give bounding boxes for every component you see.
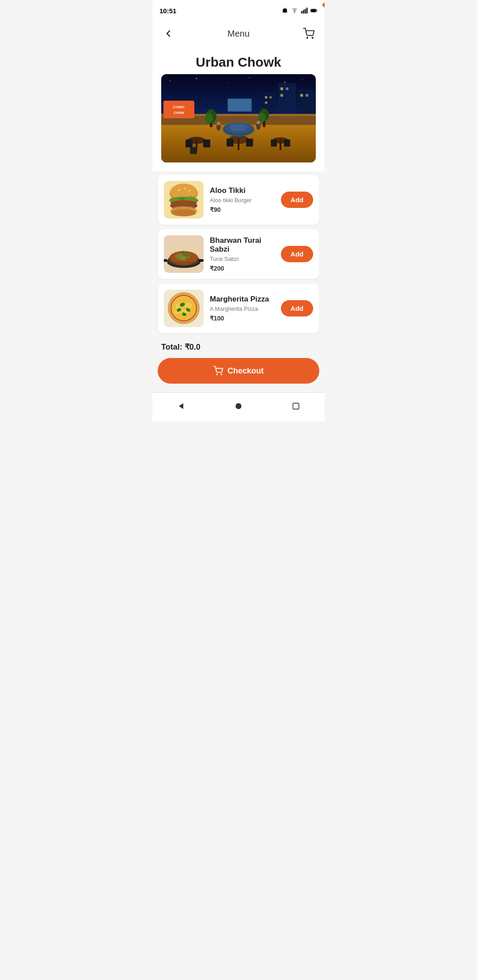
svg-point-121 (235, 403, 241, 409)
aloo-tikki-name: Aloo Tikki (210, 186, 275, 195)
aloo-tikki-info: Aloo Tikki Aloo tikki Burger ₹90 (210, 186, 275, 213)
add-aloo-tikki-button[interactable]: Add (281, 192, 313, 208)
svg-rect-28 (306, 94, 308, 97)
add-margherita-button[interactable]: Add (281, 300, 313, 317)
svg-rect-3 (303, 10, 304, 14)
total-bar: Total: ₹0.0 (152, 337, 325, 355)
nav-back-icon (177, 402, 186, 411)
svg-rect-53 (203, 139, 210, 147)
svg-point-10 (312, 38, 313, 38)
svg-rect-99 (198, 259, 204, 262)
svg-rect-23 (265, 102, 267, 104)
wifi-icon (291, 7, 298, 14)
margherita-desc: A Margherita Pizza (210, 305, 275, 312)
svg-point-15 (249, 77, 250, 78)
svg-point-64 (258, 113, 265, 122)
add-bharwan-turai-button[interactable]: Add (281, 246, 313, 262)
svg-point-114 (181, 307, 182, 308)
svg-point-95 (178, 254, 183, 256)
aloo-tikki-image (164, 181, 204, 219)
svg-rect-21 (265, 96, 267, 98)
svg-rect-54 (190, 147, 197, 154)
svg-point-105 (171, 296, 196, 320)
svg-rect-100 (164, 259, 167, 262)
svg-rect-49 (238, 139, 239, 150)
svg-point-119 (221, 374, 222, 375)
margherita-price: ₹100 (210, 315, 275, 322)
checkout-label: Checkout (227, 366, 264, 376)
checkout-button[interactable]: Checkout (158, 358, 319, 384)
bharwan-turai-name: Bharwan Turai Sabzi (210, 236, 275, 254)
nav-home-button[interactable] (231, 398, 246, 414)
svg-point-96 (187, 256, 190, 258)
bharwan-turai-desc: Turai Sabzi (210, 256, 275, 262)
svg-rect-4 (305, 9, 306, 14)
cart-button[interactable]: BUG (300, 25, 318, 42)
svg-marker-120 (179, 403, 183, 409)
restaurant-scene-svg: COMIC CORN (161, 74, 316, 162)
svg-point-71 (257, 121, 260, 124)
battery-icon (310, 7, 318, 14)
checkout-cart-icon (213, 366, 223, 376)
svg-text:COMIC: COMIC (173, 105, 185, 109)
margherita-name: Margherita Pizza (210, 295, 275, 304)
svg-point-115 (186, 308, 187, 309)
svg-point-107 (185, 303, 192, 308)
svg-rect-122 (293, 403, 299, 409)
svg-point-12 (170, 80, 170, 81)
bharwan-turai-info: Bharwan Turai Sabzi Turai Sabzi ₹200 (210, 236, 275, 272)
svg-point-116 (183, 312, 184, 313)
svg-rect-52 (186, 139, 193, 147)
status-bar: 10:51 (152, 0, 325, 19)
cart-icon (303, 28, 314, 39)
menu-item-bharwan-turai: Bharwan Turai Sabzi Turai Sabzi ₹200 Add (158, 229, 319, 279)
restaurant-image-container: COMIC CORN (152, 74, 325, 171)
margherita-info: Margherita Pizza A Margherita Pizza ₹100 (210, 295, 275, 322)
svg-rect-27 (300, 94, 303, 97)
menu-item-aloo-tikki: Aloo Tikki Aloo tikki Burger ₹90 Add (158, 175, 319, 225)
svg-point-97 (182, 252, 186, 254)
svg-rect-56 (246, 139, 253, 147)
svg-rect-8 (311, 9, 316, 12)
svg-point-9 (307, 38, 308, 38)
svg-rect-57 (271, 139, 277, 147)
svg-point-61 (205, 113, 213, 124)
notification-icon (281, 7, 288, 14)
restaurant-name: Urban Chowk (152, 48, 325, 74)
nav-back-button[interactable] (173, 398, 189, 414)
bharwan-turai-price: ₹200 (210, 265, 275, 272)
svg-point-1 (294, 12, 295, 13)
status-icons (281, 7, 318, 14)
signal-icon (301, 7, 308, 14)
bharwan-turai-image (164, 235, 204, 273)
back-button[interactable] (159, 25, 177, 42)
svg-rect-7 (316, 10, 317, 11)
nav-recent-icon (292, 402, 300, 411)
status-time: 10:51 (159, 7, 176, 15)
svg-rect-5 (307, 8, 308, 13)
svg-point-67 (230, 124, 247, 131)
restaurant-image: COMIC CORN (161, 74, 316, 162)
svg-rect-58 (284, 139, 290, 147)
margherita-image (164, 290, 204, 327)
svg-point-13 (196, 78, 197, 79)
svg-rect-26 (280, 94, 283, 97)
page-title: Menu (227, 29, 250, 39)
svg-point-94 (180, 256, 187, 260)
svg-rect-51 (280, 139, 281, 150)
svg-rect-22 (269, 96, 272, 98)
nav-recent-button[interactable] (288, 398, 304, 414)
total-display: Total: ₹0.0 (161, 343, 201, 351)
nav-home-icon (234, 402, 243, 411)
svg-point-86 (171, 209, 196, 216)
header: Menu BUG (152, 19, 325, 48)
svg-rect-55 (227, 139, 234, 147)
svg-rect-2 (301, 11, 303, 13)
svg-point-69 (217, 122, 220, 125)
svg-rect-24 (280, 87, 283, 90)
svg-rect-31 (163, 101, 194, 118)
svg-point-118 (216, 374, 217, 375)
svg-point-16 (284, 82, 285, 83)
aloo-tikki-desc: Aloo tikki Burger (210, 197, 275, 204)
svg-rect-25 (286, 87, 288, 90)
